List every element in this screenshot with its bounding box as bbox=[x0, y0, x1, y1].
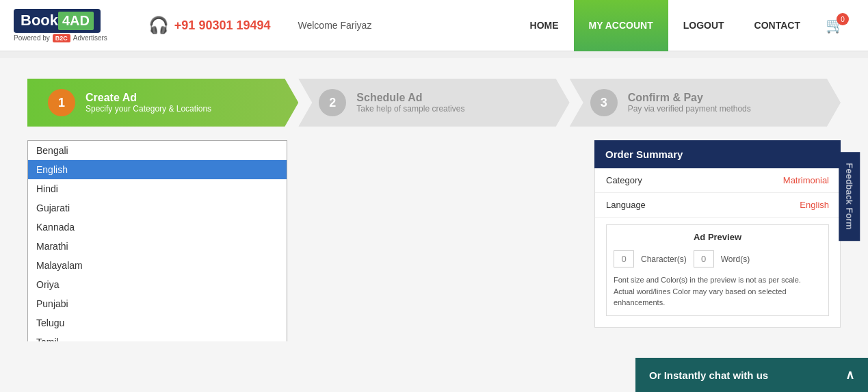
logo-4ad: 4AD bbox=[58, 12, 94, 30]
words-count: 0 bbox=[694, 250, 714, 267]
main-content: BengaliEnglishHindiGujaratiKannadaMarath… bbox=[0, 140, 868, 341]
ad-counters: 0 Character(s) 0 Word(s) bbox=[614, 250, 821, 267]
powered-by: Powered by B2C Advertisers bbox=[14, 34, 107, 42]
header: Book4AD Powered by B2C Advertisers 🎧 +91… bbox=[0, 0, 868, 51]
language-option-1[interactable]: English bbox=[28, 160, 287, 179]
step-2-subtitle: Take help of sample creatives bbox=[356, 104, 464, 114]
cart-badge: 0 bbox=[837, 13, 849, 25]
language-option-5[interactable]: Marathi bbox=[28, 237, 287, 256]
characters-count: 0 bbox=[614, 250, 634, 267]
language-option-3[interactable]: Gujarati bbox=[28, 198, 287, 218]
category-row: Category Matrimonial bbox=[595, 168, 840, 193]
category-label: Category bbox=[606, 175, 642, 185]
step-2-title: Schedule Ad bbox=[356, 92, 464, 104]
nav-home[interactable]: HOME bbox=[515, 0, 574, 51]
step-1-circle: 1 bbox=[48, 89, 75, 116]
step-3-title: Confirm & Pay bbox=[628, 92, 751, 104]
language-value: English bbox=[800, 200, 829, 210]
step-1-subtitle: Specify your Category & Locations bbox=[86, 104, 211, 114]
ad-preview-note: Font size and Color(s) in the preview is… bbox=[614, 274, 821, 309]
order-summary-header: Order Summary bbox=[594, 140, 841, 168]
header-separator bbox=[0, 51, 868, 58]
welcome-text: Welcome Fariyaz bbox=[298, 20, 372, 31]
step-3-text: Confirm & Pay Pay via verified payment m… bbox=[628, 92, 751, 114]
language-option-2[interactable]: Hindi bbox=[28, 179, 287, 198]
step-3-circle: 3 bbox=[590, 89, 618, 116]
logo-area: Book4AD Powered by B2C Advertisers bbox=[14, 9, 107, 42]
language-option-6[interactable]: Malayalam bbox=[28, 256, 287, 275]
logo[interactable]: Book4AD bbox=[14, 9, 101, 33]
words-label: Word(s) bbox=[721, 254, 750, 264]
step-2-circle: 2 bbox=[319, 89, 346, 116]
ad-preview-box: Ad Preview 0 Character(s) 0 Word(s) Font… bbox=[606, 224, 829, 316]
feedback-label: Feedback Form bbox=[845, 163, 855, 230]
language-option-0[interactable]: Bengali bbox=[28, 141, 287, 160]
phone-number: +91 90301 19494 bbox=[174, 18, 271, 33]
language-dropdown-list[interactable]: BengaliEnglishHindiGujaratiKannadaMarath… bbox=[27, 140, 287, 341]
cart-area[interactable]: 🛒 0 bbox=[815, 16, 854, 34]
step-1-text: Create Ad Specify your Category & Locati… bbox=[86, 92, 211, 114]
nav-my-account[interactable]: MY ACCOUNT bbox=[574, 0, 668, 51]
language-label: Language bbox=[606, 200, 646, 210]
phone-area: 🎧 +91 90301 19494 bbox=[148, 16, 271, 35]
step-1-title: Create Ad bbox=[86, 92, 211, 104]
headset-icon: 🎧 bbox=[148, 16, 169, 35]
category-value: Matrimonial bbox=[783, 175, 829, 185]
ad-preview-title: Ad Preview bbox=[614, 232, 821, 242]
step-3-subtitle: Pay via verified payment methods bbox=[628, 104, 751, 114]
language-option-10[interactable]: Tamil bbox=[28, 332, 287, 341]
nav-contact[interactable]: CONTACT bbox=[739, 0, 815, 51]
language-option-7[interactable]: Oriya bbox=[28, 275, 287, 294]
step-2: 2 Schedule Ad Take help of sample creati… bbox=[298, 79, 569, 127]
main-nav: HOME MY ACCOUNT LOGOUT CONTACT 🛒 0 bbox=[515, 0, 854, 51]
language-option-9[interactable]: Telugu bbox=[28, 313, 287, 332]
characters-label: Character(s) bbox=[641, 254, 687, 264]
step-1: 1 Create Ad Specify your Category & Loca… bbox=[27, 79, 298, 127]
step-2-text: Schedule Ad Take help of sample creative… bbox=[356, 92, 464, 114]
language-option-8[interactable]: Punjabi bbox=[28, 294, 287, 313]
logo-book: Book bbox=[21, 12, 58, 29]
step-3: 3 Confirm & Pay Pay via verified payment… bbox=[570, 79, 841, 127]
language-row: Language English bbox=[595, 193, 840, 218]
nav-logout[interactable]: LOGOUT bbox=[668, 0, 739, 51]
left-panel: BengaliEnglishHindiGujaratiKannadaMarath… bbox=[27, 140, 581, 328]
feedback-tab[interactable]: Feedback Form bbox=[839, 152, 860, 241]
steps-bar: 1 Create Ad Specify your Category & Loca… bbox=[27, 79, 841, 127]
order-summary-body: Category Matrimonial Language English Ad… bbox=[594, 168, 841, 328]
right-panel: Order Summary Category Matrimonial Langu… bbox=[594, 140, 841, 328]
language-option-4[interactable]: Kannada bbox=[28, 218, 287, 237]
